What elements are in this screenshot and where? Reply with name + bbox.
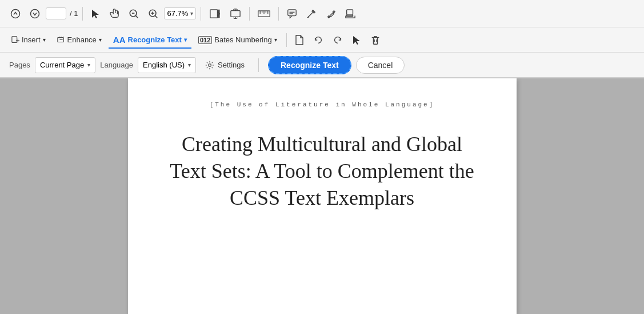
page-down-button[interactable] — [26, 6, 43, 22]
recognize-text-menu-button[interactable]: AA Recognize Text ▾ — [109, 31, 191, 49]
toolbar-row2: Insert ▾ Enhance ▾ AA Recognize Text ▾ 0… — [0, 27, 644, 53]
page-icon-button[interactable] — [291, 32, 307, 48]
document-area: [The Use of Literature in Whole Language… — [0, 78, 644, 314]
stamp-button[interactable] — [342, 6, 359, 22]
page-total: / 1 — [70, 9, 78, 18]
row2-divider — [286, 33, 287, 47]
fit-page-button[interactable] — [206, 6, 224, 22]
insert-label: Insert — [22, 35, 41, 44]
settings-button[interactable]: Settings — [201, 58, 249, 72]
insert-menu-button[interactable]: Insert ▾ — [7, 31, 50, 49]
cancel-button[interactable]: Cancel — [356, 57, 405, 74]
enhance-menu-button[interactable]: Enhance ▾ — [53, 31, 106, 49]
delete-button[interactable] — [367, 32, 384, 48]
rotate-cw-button[interactable] — [329, 32, 346, 48]
svg-rect-22 — [288, 9, 296, 15]
svg-line-5 — [136, 15, 138, 18]
pen-button[interactable] — [303, 6, 320, 22]
svg-line-9 — [155, 15, 158, 18]
zoom-value: 67.7% — [167, 9, 188, 18]
divider3 — [249, 7, 250, 21]
bates-numbering-label: Bates Numbering — [214, 35, 271, 44]
zoom-out-button[interactable] — [125, 6, 142, 22]
current-page-dropdown[interactable]: Current Page ▾ — [35, 57, 95, 73]
bates-chevron-icon: ▾ — [274, 37, 277, 43]
insert-chevron-icon: ▾ — [43, 37, 46, 43]
recognize-text-label: Recognize Text — [128, 35, 182, 44]
current-page-chevron-icon: ▾ — [87, 62, 90, 68]
cancel-btn-label: Cancel — [368, 61, 393, 70]
divider1 — [82, 7, 83, 21]
enhance-label: Enhance — [67, 35, 97, 44]
document-page: [The Use of Literature in Whole Language… — [128, 78, 517, 314]
svg-marker-2 — [92, 10, 99, 18]
comment-button[interactable] — [283, 6, 301, 22]
svg-point-39 — [209, 63, 211, 66]
divider2 — [201, 7, 201, 21]
language-chevron-icon: ▾ — [188, 62, 191, 68]
svg-point-1 — [31, 9, 39, 18]
recognize-text-btn-label: Recognize Text — [281, 61, 339, 70]
svg-rect-28 — [12, 36, 17, 42]
zoom-chevron-icon: ▾ — [190, 10, 193, 17]
doc-subtitle: [The Use of Literature in Whole Language… — [162, 101, 482, 108]
toolbar-row1: 1 / 1 — [0, 0, 644, 27]
enhance-chevron-icon: ▾ — [99, 37, 102, 43]
svg-rect-27 — [347, 15, 353, 16]
divider4 — [278, 7, 279, 21]
toolbar-container: 1 / 1 — [0, 0, 644, 78]
zoom-in-button[interactable] — [145, 6, 162, 22]
cursor-select-button[interactable] — [349, 32, 365, 48]
row3-divider — [258, 58, 259, 72]
highlight-button[interactable] — [322, 6, 339, 22]
select-tool-button[interactable] — [87, 6, 103, 22]
hand-tool-button[interactable] — [106, 6, 123, 22]
toolbar-row3: Pages Current Page ▾ Language English (U… — [0, 53, 644, 78]
pages-label: Pages — [9, 61, 30, 69]
svg-rect-13 — [231, 10, 240, 17]
bates-numbering-menu-button[interactable]: 012 Bates Numbering ▾ — [194, 31, 282, 49]
svg-point-0 — [11, 9, 20, 18]
svg-marker-36 — [353, 36, 360, 45]
settings-label: Settings — [218, 61, 245, 69]
fit-width-button[interactable] — [226, 6, 245, 22]
svg-rect-26 — [347, 9, 353, 14]
ruler-button[interactable] — [254, 6, 274, 22]
svg-rect-10 — [210, 9, 218, 17]
zoom-level-select[interactable]: 67.7% ▾ — [164, 7, 196, 19]
recognize-text-action-button[interactable]: Recognize Text — [268, 56, 351, 74]
language-dropdown[interactable]: English (US) ▾ — [138, 57, 196, 73]
doc-title: Creating Multicultural and Global Text S… — [162, 131, 482, 211]
current-page-value: Current Page — [40, 61, 84, 69]
page-number-input[interactable]: 1 — [46, 7, 66, 19]
rotate-ccw-button[interactable] — [310, 32, 327, 48]
language-value: English (US) — [143, 61, 185, 69]
recognize-text-chevron-icon: ▾ — [184, 37, 187, 43]
page-up-button[interactable] — [7, 6, 24, 22]
language-label: Language — [100, 61, 133, 69]
